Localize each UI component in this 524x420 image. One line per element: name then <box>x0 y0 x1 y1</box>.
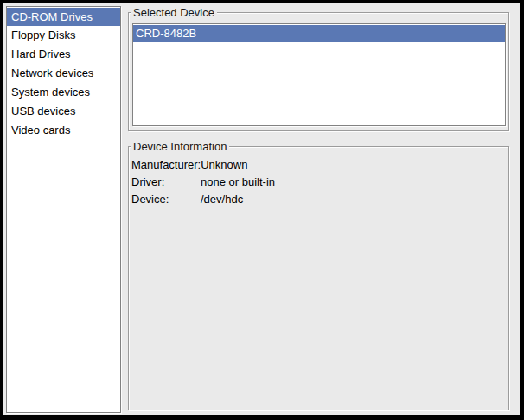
category-item-system-devices[interactable]: System devices <box>7 83 120 102</box>
selected-device-frame-title: Selected Device <box>131 6 217 19</box>
device-information-frame-title: Device Information <box>131 140 229 153</box>
category-item-hard-drives[interactable]: Hard Drives <box>7 45 120 64</box>
device-item-crd-8482b[interactable]: CRD-8482B <box>133 25 505 42</box>
device-information-table: Manufacturer: Unknown Driver: none or bu… <box>131 156 275 208</box>
driver-label: Driver: <box>131 174 201 191</box>
device-list: CRD-8482B <box>132 23 506 126</box>
category-item-network-devices[interactable]: Network devices <box>7 64 120 83</box>
category-item-usb-devices[interactable]: USB devices <box>7 102 120 121</box>
driver-value: none or built-in <box>201 174 275 191</box>
manufacturer-label: Manufacturer: <box>131 156 201 174</box>
info-row-manufacturer: Manufacturer: Unknown <box>131 156 275 174</box>
device-label: Device: <box>131 191 201 208</box>
device-value: /dev/hdc <box>201 191 243 208</box>
category-item-cdrom-drives[interactable]: CD-ROM Drives <box>7 8 120 26</box>
manufacturer-value: Unknown <box>201 156 247 174</box>
info-row-driver: Driver: none or built-in <box>131 174 275 191</box>
device-information-frame: Device Information Manufacturer: Unknown… <box>128 146 509 410</box>
category-list: CD-ROM Drives Floppy Disks Hard Drives N… <box>6 6 121 413</box>
category-item-video-cards[interactable]: Video cards <box>7 121 120 140</box>
category-item-floppy-disks[interactable]: Floppy Disks <box>7 26 120 45</box>
hardware-browser-window: CD-ROM Drives Floppy Disks Hard Drives N… <box>0 0 524 420</box>
selected-device-frame: Selected Device CRD-8482B <box>128 12 509 131</box>
info-row-device: Device: /dev/hdc <box>131 191 275 208</box>
